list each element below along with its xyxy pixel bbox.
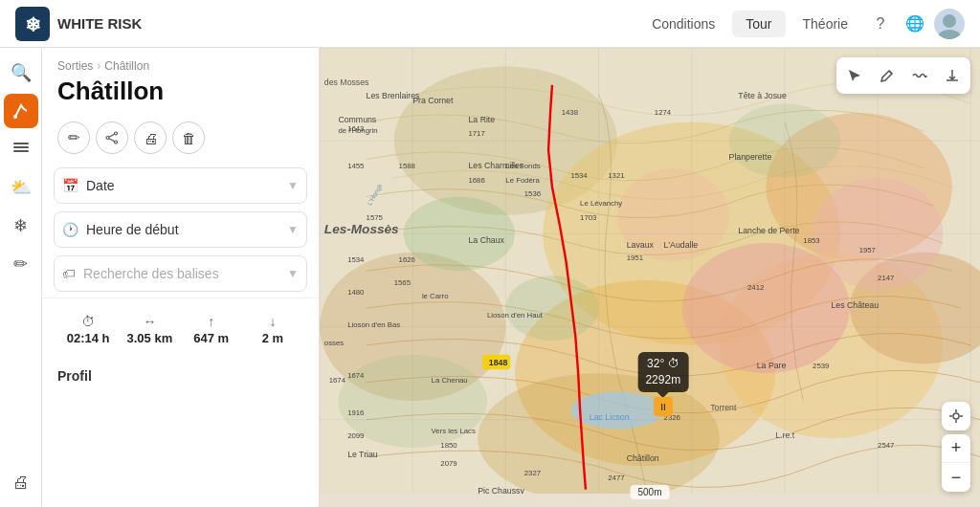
svg-text:1848: 1848 [489, 358, 508, 367]
svg-text:Pra Cornet: Pra Cornet [412, 96, 454, 105]
svg-rect-7 [13, 143, 29, 144]
zoom-out-button[interactable]: − [942, 463, 970, 492]
svg-text:osses: osses [324, 339, 344, 347]
svg-text:1575: 1575 [367, 213, 383, 222]
map-pause-marker: ⏸ [654, 397, 673, 416]
svg-text:Les-Mossès: Les-Mossès [324, 222, 399, 236]
svg-text:1565: 1565 [394, 278, 411, 287]
date-field[interactable]: 📅 Date ▼ [54, 167, 307, 204]
cursor-tool[interactable] [840, 61, 869, 90]
draw-tool[interactable] [873, 61, 902, 90]
edit-button[interactable]: ✏ [57, 121, 90, 154]
download-tool[interactable] [938, 61, 967, 90]
top-nav: ❄ WHITE RISK Conditions Tour Théorie ? 🌐 [0, 0, 980, 48]
heure-chevron: ▼ [287, 223, 299, 236]
route-icon [11, 101, 31, 121]
date-label: Date [86, 178, 279, 193]
descent-value: 2 m [262, 331, 283, 345]
stat-duration: ⏱ 02:14 h [57, 314, 119, 345]
sidebar-route[interactable] [4, 94, 38, 128]
svg-text:Communs: Communs [338, 115, 376, 124]
svg-text:Châtillon: Châtillon [627, 453, 659, 463]
map-container[interactable]: Les Brenlaires 1643 La Rite 1717 1438 12… [320, 48, 980, 507]
heure-field[interactable]: 🕐 Heure de début ▼ [54, 211, 307, 248]
clock-icon: 🕐 [62, 222, 78, 237]
locate-button[interactable] [942, 402, 970, 430]
scale-label: 500m [637, 487, 661, 497]
svg-text:La Pare: La Pare [757, 361, 787, 370]
locate-icon [948, 408, 964, 424]
help-icon[interactable]: ? [865, 9, 896, 39]
svg-line-11 [109, 134, 115, 137]
tooltip-degree: 32° [647, 357, 664, 370]
sidebar-pen[interactable]: ✏ [4, 247, 38, 281]
heure-label: Heure de début [86, 222, 279, 237]
svg-text:2477: 2477 [608, 474, 624, 482]
svg-text:2147: 2147 [878, 274, 894, 282]
svg-point-4 [13, 115, 17, 119]
panel-header: Sorties › Châtillon Châtillon [42, 48, 319, 121]
svg-point-10 [106, 137, 109, 140]
svg-text:2412: 2412 [747, 283, 764, 292]
svg-text:1626: 1626 [399, 255, 415, 264]
svg-text:Lioson d'en Haut: Lioson d'en Haut [487, 311, 544, 320]
svg-text:Les Château: Les Château [832, 300, 880, 310]
timer-icon: ⏱ [81, 314, 95, 329]
svg-text:1588: 1588 [399, 162, 415, 170]
svg-text:2079: 2079 [440, 459, 457, 468]
zoom-in-button[interactable]: + [942, 434, 970, 463]
layers-icon [11, 140, 31, 159]
svg-text:La Rite: La Rite [468, 115, 495, 124]
descent-icon: ↓ [269, 314, 276, 329]
svg-text:Vers les Lacs: Vers les Lacs [432, 427, 476, 435]
nav-links: Conditions Tour Théorie ? 🌐 [638, 9, 965, 39]
svg-text:1951: 1951 [627, 254, 643, 262]
svg-text:Lavaux: Lavaux [627, 240, 655, 250]
wave-tool[interactable] [905, 61, 934, 90]
svg-text:1274: 1274 [655, 108, 672, 117]
sidebar-print[interactable]: 🖨 [4, 465, 38, 499]
share-button[interactable] [96, 121, 128, 154]
svg-text:1438: 1438 [562, 108, 578, 117]
tooltip-clock: ⏱ [668, 357, 679, 370]
svg-text:Lanche de Perte: Lanche de Perte [738, 226, 799, 235]
sidebar-search[interactable]: 🔍 [4, 55, 38, 90]
logo-icon: ❄ [15, 7, 50, 41]
nav-tour[interactable]: Tour [732, 11, 785, 37]
nav-theorie[interactable]: Théorie [790, 11, 861, 37]
svg-text:Pic Chaussy: Pic Chaussy [478, 486, 524, 494]
breadcrumb-parent[interactable]: Sorties [57, 59, 93, 73]
download-icon [945, 68, 960, 83]
svg-text:Les Fonds: Les Fonds [505, 162, 540, 170]
svg-text:Planperette: Planperette [729, 152, 772, 162]
svg-text:1534: 1534 [570, 171, 588, 180]
svg-text:Le Triau: Le Triau [347, 450, 378, 459]
search-field[interactable]: 🏷 Recherche des balises ▼ [54, 255, 307, 292]
svg-text:de l'Hongrin: de l'Hongrin [338, 126, 377, 135]
svg-text:2099: 2099 [347, 431, 364, 440]
panel-toolbar: ✏ 🖨 🗑 [42, 121, 319, 167]
distance-icon: ↔ [143, 314, 156, 329]
sidebar-weather[interactable]: ⛅ [4, 170, 38, 205]
globe-icon[interactable]: 🌐 [900, 9, 930, 39]
svg-text:La Chaux: La Chaux [468, 235, 504, 245]
nav-conditions[interactable]: Conditions [638, 11, 728, 37]
page-title: Châtillon [57, 77, 303, 106]
sidebar-layers[interactable] [4, 132, 38, 166]
svg-text:des Mosses: des Mosses [324, 77, 369, 87]
svg-text:Le Lévanchy: Le Lévanchy [580, 199, 622, 208]
svg-rect-5 [13, 146, 29, 148]
svg-point-26 [505, 276, 598, 341]
delete-button[interactable]: 🗑 [172, 121, 205, 154]
map-zoom-controls: + − [942, 434, 970, 492]
user-avatar[interactable] [934, 9, 965, 39]
svg-text:1957: 1957 [859, 246, 876, 254]
tag-icon: 🏷 [62, 266, 76, 281]
svg-text:L.re.t: L.re.t [775, 430, 794, 440]
map-toolbar [836, 57, 970, 94]
svg-text:2327: 2327 [524, 469, 541, 477]
print-button[interactable]: 🖨 [134, 121, 167, 154]
svg-text:1916: 1916 [347, 408, 364, 417]
sidebar-snow[interactable]: ❄ [4, 209, 38, 243]
icon-sidebar: 🔍 ⛅ ❄ ✏ 🖨 [0, 48, 42, 507]
